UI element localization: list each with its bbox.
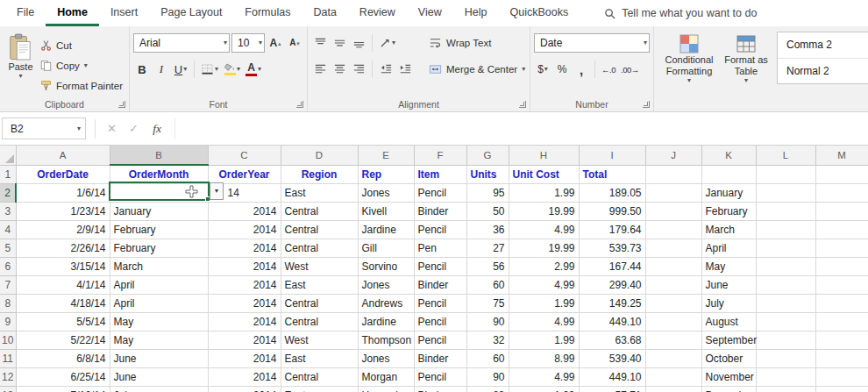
cell-A11[interactable]: 6/8/14 (16, 350, 110, 368)
column-header-L[interactable]: L (756, 146, 815, 165)
tab-view[interactable]: View (407, 0, 453, 26)
cell-C6[interactable]: 2014 (208, 258, 281, 276)
column-header-D[interactable]: D (281, 146, 358, 165)
cell-H7[interactable]: 4.99 (509, 276, 579, 295)
insert-function-button[interactable]: fx (145, 122, 169, 136)
cell-D6[interactable]: West (281, 258, 358, 276)
cell-G10[interactable]: 32 (466, 331, 509, 350)
cell-F4[interactable]: Pencil (414, 221, 466, 239)
cell-G9[interactable]: 90 (466, 313, 509, 331)
cell-G12[interactable]: 90 (466, 368, 509, 387)
row-header-12[interactable]: 12 (0, 368, 16, 387)
name-box[interactable]: B2 ▾ (2, 118, 86, 139)
cell-B3[interactable]: January (110, 203, 208, 221)
cell-K2[interactable]: January (701, 184, 756, 203)
conditional-formatting-dropdown-icon[interactable]: ▾ (687, 77, 691, 84)
cell-D2[interactable]: East (281, 184, 358, 203)
cell-G1[interactable]: Units (466, 165, 509, 184)
cell-C13[interactable]: 2014 (208, 387, 281, 392)
cell-H11[interactable]: 8.99 (509, 350, 579, 368)
cell-B6[interactable]: March (110, 258, 208, 276)
cell-D7[interactable]: East (281, 276, 358, 295)
cell-A1[interactable]: OrderDate (16, 165, 110, 184)
tab-formulas[interactable]: Formulas (233, 0, 302, 26)
cell-I10[interactable]: 63.68 (579, 331, 645, 350)
cell-L8[interactable] (756, 295, 815, 313)
cell-A9[interactable]: 5/5/14 (16, 313, 110, 331)
cell-C11[interactable]: 2014 (208, 350, 281, 368)
italic-button[interactable]: I (153, 60, 170, 79)
cell-D4[interactable]: Central (281, 221, 358, 239)
cell-M7[interactable] (815, 276, 868, 295)
cell-B4[interactable]: February (110, 221, 208, 239)
cell-K1[interactable] (701, 165, 756, 184)
cell-style-comma2[interactable]: Comma 2 (778, 32, 868, 58)
cell-L4[interactable] (756, 221, 815, 239)
align-right-button[interactable] (350, 60, 367, 79)
paste-dropdown-icon[interactable]: ▾ (18, 73, 22, 80)
font-color-button[interactable]: A ▾ (244, 60, 263, 79)
cut-button[interactable]: Cut (38, 36, 125, 54)
cell-style-normal2[interactable]: Normal 2 (778, 58, 868, 84)
orientation-button[interactable]: ▾ (377, 33, 397, 53)
cell-B12[interactable]: June (110, 368, 208, 387)
cell-F3[interactable]: Binder (414, 203, 466, 221)
cell-M11[interactable] (815, 350, 868, 368)
cell-D9[interactable]: Central (281, 313, 358, 331)
cell-I11[interactable]: 539.40 (579, 350, 645, 368)
cell-F5[interactable]: Pen (414, 239, 466, 258)
cell-E7[interactable]: Jones (358, 276, 414, 295)
cell-J8[interactable] (645, 295, 701, 313)
tab-data[interactable]: Data (302, 0, 347, 26)
cell-A2[interactable]: 1/6/14 (16, 184, 110, 203)
merge-center-dropdown-icon[interactable]: ▾ (522, 66, 525, 73)
decrease-decimal-button[interactable]: .00→ (619, 60, 641, 79)
percent-style-button[interactable]: % (553, 60, 571, 79)
cell-B13[interactable]: July (110, 387, 208, 392)
cell-G11[interactable]: 60 (466, 350, 509, 368)
cell-H1[interactable]: Unit Cost (509, 165, 579, 184)
cell-A7[interactable]: 4/1/14 (16, 276, 110, 295)
middle-align-button[interactable] (331, 33, 348, 53)
shrink-font-button[interactable]: A▾ (286, 33, 303, 53)
borders-dropdown-icon[interactable]: ▾ (215, 66, 218, 73)
cell-A10[interactable]: 5/22/14 (16, 331, 110, 350)
cell-F2[interactable]: Pencil (414, 184, 466, 203)
cell-L5[interactable] (756, 239, 815, 258)
cell-E8[interactable]: Andrews (358, 295, 414, 313)
row-header-1[interactable]: 1 (0, 165, 16, 184)
cell-A12[interactable]: 6/25/14 (16, 368, 110, 387)
cell-J3[interactable] (645, 203, 701, 221)
column-header-G[interactable]: G (466, 146, 509, 165)
cell-I3[interactable]: 999.50 (579, 203, 645, 221)
cell-D8[interactable]: Central (281, 295, 358, 313)
align-center-button[interactable] (331, 60, 348, 79)
cell-F6[interactable]: Pencil (414, 258, 466, 276)
font-name-combo[interactable]: Arial ▾ (133, 33, 230, 53)
cell-A3[interactable]: 1/23/14 (16, 203, 110, 221)
tab-review[interactable]: Review (348, 0, 407, 26)
cell-F1[interactable]: Item (414, 165, 466, 184)
cell-K3[interactable]: February (701, 203, 756, 221)
cell-L2[interactable] (756, 184, 815, 203)
cell-D3[interactable]: Central (281, 203, 358, 221)
row-header-11[interactable]: 11 (0, 350, 16, 368)
cell-M5[interactable] (815, 239, 868, 258)
cell-J2[interactable] (645, 184, 701, 203)
column-header-J[interactable]: J (645, 146, 701, 165)
cell-B11[interactable]: June (110, 350, 208, 368)
cell-K6[interactable]: May (701, 258, 756, 276)
cell-H13[interactable]: 1.99 (509, 387, 579, 392)
cell-H3[interactable]: 19.99 (509, 203, 579, 221)
cell-B1[interactable]: OrderMonth (110, 165, 208, 184)
column-header-A[interactable]: A (16, 146, 110, 165)
cell-E4[interactable]: Jardine (358, 221, 414, 239)
cell-I13[interactable]: 57.71 (579, 387, 645, 392)
comma-style-button[interactable]: , (573, 60, 590, 79)
number-format-combo[interactable]: Date ▾ (534, 33, 650, 53)
tab-insert[interactable]: Insert (99, 0, 149, 26)
cell-M13[interactable] (815, 387, 868, 392)
cell-K4[interactable]: March (701, 221, 756, 239)
cell-J10[interactable] (645, 331, 701, 350)
copy-dropdown-icon[interactable]: ▾ (84, 62, 88, 69)
